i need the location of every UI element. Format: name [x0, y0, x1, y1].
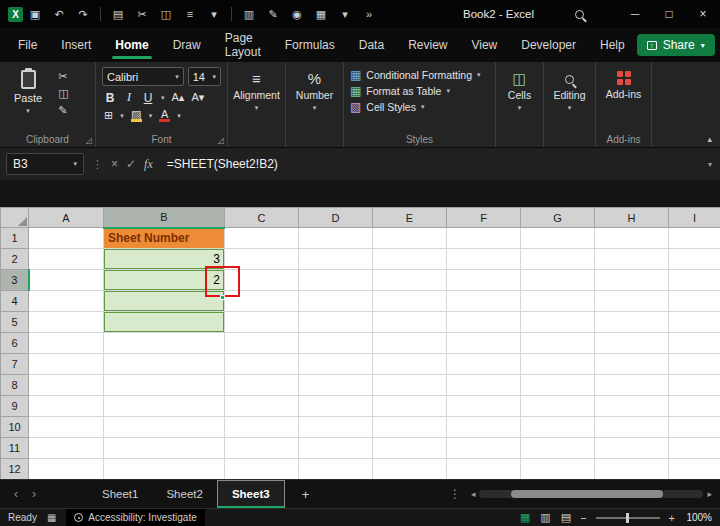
- scrollbar-track[interactable]: [479, 490, 703, 498]
- cell-B12[interactable]: [104, 459, 225, 480]
- row-header-6[interactable]: 6: [1, 333, 29, 354]
- cell-A11[interactable]: [29, 438, 104, 459]
- column-header-A[interactable]: A: [29, 208, 104, 228]
- chevron-down-icon[interactable]: ▾: [335, 4, 355, 24]
- cell-F9[interactable]: [447, 396, 521, 417]
- camera-icon[interactable]: ◉: [287, 4, 307, 24]
- cell-G6[interactable]: [521, 333, 595, 354]
- formula-bar-handle[interactable]: ⋮: [92, 158, 103, 171]
- alignment-group-button[interactable]: ≡ Alignment ▾: [228, 62, 286, 147]
- conditional-formatting-button[interactable]: ▦ Conditional Formatting ▾: [350, 69, 489, 81]
- previous-sheet-icon[interactable]: ‹: [8, 487, 24, 501]
- fill-handle[interactable]: [220, 295, 225, 300]
- cell-E7[interactable]: [373, 354, 447, 375]
- cell-G12[interactable]: [521, 459, 595, 480]
- cell-C4[interactable]: [225, 291, 299, 312]
- bold-button[interactable]: B: [104, 91, 116, 105]
- cell-E1[interactable]: [373, 228, 447, 249]
- cell-E6[interactable]: [373, 333, 447, 354]
- cell-F4[interactable]: [447, 291, 521, 312]
- cell-A9[interactable]: [29, 396, 104, 417]
- cell-G3[interactable]: [521, 270, 595, 291]
- font-size-select[interactable]: 14 ▾: [188, 67, 221, 86]
- borders-button[interactable]: ⊞: [104, 109, 113, 122]
- row-header-10[interactable]: 10: [1, 417, 29, 438]
- cell-C7[interactable]: [225, 354, 299, 375]
- menu-insert[interactable]: Insert: [49, 28, 103, 62]
- cell-A5[interactable]: [29, 312, 104, 333]
- number-group-button[interactable]: % Number ▾: [286, 62, 344, 147]
- cell-H4[interactable]: [595, 291, 669, 312]
- cell-C6[interactable]: [225, 333, 299, 354]
- cut-icon[interactable]: ✂: [132, 4, 152, 24]
- cell-D1[interactable]: [299, 228, 373, 249]
- cell-I12[interactable]: [669, 459, 720, 480]
- italic-button[interactable]: I: [123, 90, 135, 105]
- name-box[interactable]: B3 ▾: [6, 153, 84, 175]
- menu-draw[interactable]: Draw: [161, 28, 213, 62]
- row-header-9[interactable]: 9: [1, 396, 29, 417]
- cell-D9[interactable]: [299, 396, 373, 417]
- cell-C10[interactable]: [225, 417, 299, 438]
- format-painter-icon[interactable]: ✎: [58, 105, 68, 116]
- close-button[interactable]: ×: [686, 0, 720, 28]
- menu-file[interactable]: File: [6, 28, 49, 62]
- column-header-D[interactable]: D: [299, 208, 373, 228]
- accessibility-checker[interactable]: Accessibility: Investigate: [66, 509, 204, 526]
- copy-icon[interactable]: ◫: [156, 4, 176, 24]
- cell-E12[interactable]: [373, 459, 447, 480]
- expand-formula-bar-icon[interactable]: ▾: [708, 160, 712, 169]
- cell-H11[interactable]: [595, 438, 669, 459]
- cell-F6[interactable]: [447, 333, 521, 354]
- cell-C8[interactable]: [225, 375, 299, 396]
- tab-options-icon[interactable]: ⋮: [441, 487, 469, 501]
- more-commands-icon[interactable]: »: [359, 4, 379, 24]
- row-header-12[interactable]: 12: [1, 459, 29, 480]
- cell-G4[interactable]: [521, 291, 595, 312]
- cell-D12[interactable]: [299, 459, 373, 480]
- cell-I10[interactable]: [669, 417, 720, 438]
- undo-icon[interactable]: ↶: [49, 4, 69, 24]
- new-sheet-icon[interactable]: ▥: [239, 4, 259, 24]
- row-header-1[interactable]: 1: [1, 228, 29, 249]
- cell-H6[interactable]: [595, 333, 669, 354]
- cell-B3[interactable]: 2: [104, 270, 225, 291]
- cell-H8[interactable]: [595, 375, 669, 396]
- editing-group-button[interactable]: Editing ▾: [544, 62, 596, 147]
- menu-view[interactable]: View: [459, 28, 509, 62]
- normal-view-icon[interactable]: ▦: [520, 511, 530, 524]
- cell-G2[interactable]: [521, 249, 595, 270]
- cell-B4[interactable]: [104, 291, 225, 312]
- cell-H2[interactable]: [595, 249, 669, 270]
- row-header-7[interactable]: 7: [1, 354, 29, 375]
- cell-G8[interactable]: [521, 375, 595, 396]
- row-header-3[interactable]: 3: [1, 270, 29, 291]
- cell-B10[interactable]: [104, 417, 225, 438]
- cell-A1[interactable]: [29, 228, 104, 249]
- cell-G5[interactable]: [521, 312, 595, 333]
- cell-I11[interactable]: [669, 438, 720, 459]
- cell-B1[interactable]: Sheet Number: [104, 228, 225, 249]
- scroll-left-icon[interactable]: ◂: [471, 489, 476, 499]
- cell-D6[interactable]: [299, 333, 373, 354]
- cell-I1[interactable]: [669, 228, 720, 249]
- cell-H9[interactable]: [595, 396, 669, 417]
- cell-F2[interactable]: [447, 249, 521, 270]
- row-header-4[interactable]: 4: [1, 291, 29, 312]
- select-all-button[interactable]: [1, 208, 29, 228]
- table-pen-icon[interactable]: ▦: [311, 4, 331, 24]
- column-header-H[interactable]: H: [595, 208, 669, 228]
- cell-G7[interactable]: [521, 354, 595, 375]
- cell-H7[interactable]: [595, 354, 669, 375]
- formula-input[interactable]: =SHEET(Sheet2!B2): [161, 157, 700, 171]
- font-color-button[interactable]: A: [159, 109, 170, 122]
- sheet-tab-sheet3[interactable]: Sheet3: [217, 480, 285, 508]
- cell-I4[interactable]: [669, 291, 720, 312]
- column-header-F[interactable]: F: [447, 208, 521, 228]
- cell-H5[interactable]: [595, 312, 669, 333]
- menu-home[interactable]: Home: [103, 28, 160, 62]
- cell-F1[interactable]: [447, 228, 521, 249]
- clipboard-icon[interactable]: ▤: [108, 4, 128, 24]
- cell-E3[interactable]: [373, 270, 447, 291]
- clipboard-dialog-launcher-icon[interactable]: ◿: [86, 136, 92, 145]
